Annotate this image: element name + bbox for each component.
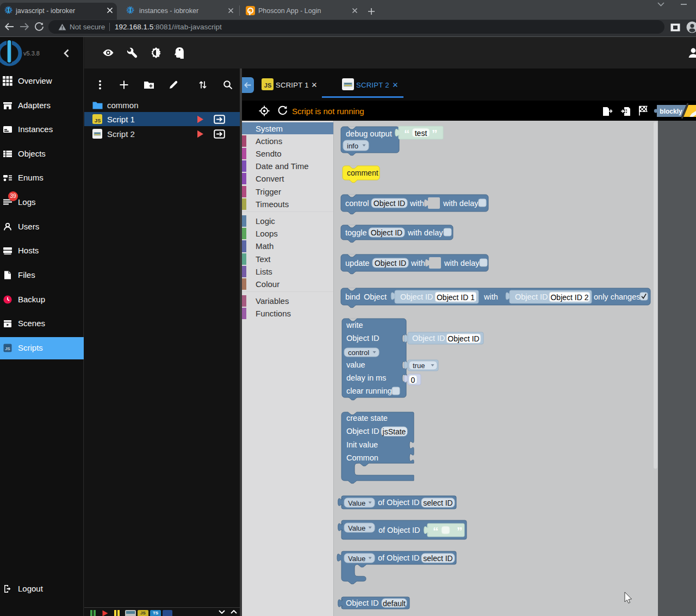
svg-text:Object ID: Object ID xyxy=(375,259,406,267)
svg-text:update: update xyxy=(345,259,369,267)
svg-text:debug output: debug output xyxy=(346,129,392,138)
svg-text:”: ” xyxy=(457,525,463,537)
svg-text:control: control xyxy=(345,199,369,208)
svg-text:test: test xyxy=(415,129,427,138)
svg-text:Object ID: Object ID xyxy=(346,334,379,343)
svg-text:with: with xyxy=(411,259,425,267)
svg-text:value: value xyxy=(346,360,365,369)
svg-text:select ID: select ID xyxy=(423,554,452,563)
svg-text:0: 0 xyxy=(411,376,415,384)
svg-text:delay in ms: delay in ms xyxy=(346,374,386,382)
svg-text:create state: create state xyxy=(346,414,388,422)
svg-text:Object ID 1: Object ID 1 xyxy=(437,293,475,302)
svg-text:of Object ID: of Object ID xyxy=(378,526,420,534)
svg-text:Object ID: Object ID xyxy=(374,199,405,208)
svg-text:with delay: with delay xyxy=(444,259,480,267)
svg-text:of Object ID: of Object ID xyxy=(378,553,420,562)
svg-text:with: with xyxy=(409,199,424,208)
svg-text:comment: comment xyxy=(347,169,378,177)
svg-text:“: “ xyxy=(404,127,410,140)
svg-text:Object ID: Object ID xyxy=(448,334,479,343)
svg-text:with delay: with delay xyxy=(407,228,443,237)
svg-text:Init value: Init value xyxy=(346,440,378,449)
svg-text:select ID: select ID xyxy=(423,499,452,507)
svg-text:”: ” xyxy=(432,127,438,140)
svg-text:Common: Common xyxy=(346,453,378,462)
svg-text:write: write xyxy=(346,321,363,329)
svg-text:Object: Object xyxy=(364,293,387,301)
svg-text:only changes: only changes xyxy=(594,293,640,301)
svg-text:toggle: toggle xyxy=(345,228,367,237)
svg-text:of Object ID: of Object ID xyxy=(378,498,420,507)
svg-text:“: “ xyxy=(433,525,439,537)
svg-text:control: control xyxy=(348,349,369,357)
svg-text:Value: Value xyxy=(348,524,365,532)
svg-text:Object ID: Object ID xyxy=(371,228,402,237)
svg-text:Value: Value xyxy=(348,555,365,563)
svg-text:with: with xyxy=(483,293,498,301)
svg-text:Object ID: Object ID xyxy=(515,293,548,301)
svg-text:Object ID: Object ID xyxy=(346,427,379,435)
svg-text:Value: Value xyxy=(348,499,365,507)
svg-text:with delay: with delay xyxy=(443,199,478,208)
svg-text:jsState: jsState xyxy=(382,427,406,436)
svg-text:Object ID 2: Object ID 2 xyxy=(550,293,588,302)
svg-text:clear running: clear running xyxy=(346,387,392,395)
svg-text:bind: bind xyxy=(345,293,360,301)
svg-text:Object ID: Object ID xyxy=(346,599,378,607)
svg-text:info: info xyxy=(347,142,358,150)
svg-text:Object ID: Object ID xyxy=(412,334,445,343)
svg-text:true: true xyxy=(413,362,425,370)
svg-text:Object ID: Object ID xyxy=(400,293,433,301)
svg-text:default: default xyxy=(383,599,406,608)
